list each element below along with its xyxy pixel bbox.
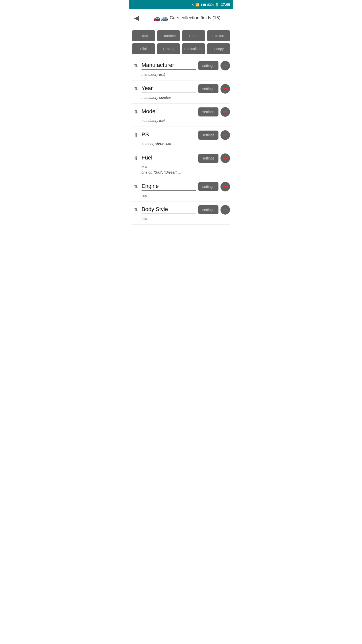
delete-button-model[interactable] — [220, 107, 230, 117]
status-bar: ⨯︎ 📶 ▮▮▮ 83% 🔋 17:09 — [129, 0, 233, 9]
wifi-icon: 📶 — [195, 3, 199, 7]
settings-button-model[interactable]: settings — [198, 107, 218, 116]
field-name-year: Year — [142, 85, 196, 93]
field-meta-model: mandatory text — [132, 118, 230, 124]
field-meta-bodystyle: text — [132, 216, 230, 221]
page-title: Cars collection fields (15) — [170, 15, 220, 21]
settings-button-ps[interactable]: settings — [198, 131, 218, 140]
field-meta-fuel: text one of: "Gas", "Diesel", ... — [132, 165, 230, 175]
car-icon: 🚗🚙 — [153, 15, 168, 22]
sort-icon-fuel[interactable]: ⇅ — [132, 155, 140, 161]
minus-icon-year — [223, 88, 228, 89]
delete-button-engine[interactable] — [220, 182, 230, 191]
field-list: ⇅ Manufacturer settings mandatory text ⇅… — [129, 57, 233, 225]
minus-icon-ps — [223, 135, 228, 136]
field-name-manufacturer: Manufacturer — [142, 62, 196, 70]
minus-icon-bodystyle — [223, 209, 228, 210]
field-item-ps: ⇅ PS settings number, show sum — [132, 127, 230, 150]
add-number-button[interactable]: + number — [157, 30, 180, 41]
field-name-engine: Engine — [142, 183, 196, 191]
header-title-area: 🚗🚙 Cars collection fields (15) — [144, 15, 230, 22]
signal-icon: ▮▮▮ — [201, 3, 206, 7]
battery-percent: 83% — [207, 3, 214, 7]
sort-icon-bodystyle[interactable]: ⇅ — [132, 207, 140, 213]
field-meta-manufacturer: mandatory text — [132, 72, 230, 77]
delete-button-ps[interactable] — [220, 130, 230, 140]
delete-button-manufacturer[interactable] — [220, 61, 230, 70]
status-time: 17:09 — [221, 3, 230, 7]
field-item-year: ⇅ Year settings mandatory number — [132, 80, 230, 104]
battery-icon: 🔋 — [215, 3, 219, 7]
status-icons: ⨯︎ 📶 ▮▮▮ 83% 🔋 — [191, 3, 219, 7]
add-link-button[interactable]: + link — [132, 43, 155, 54]
sort-icon-year[interactable]: ⇅ — [132, 86, 140, 92]
field-item-manufacturer: ⇅ Manufacturer settings mandatory text — [132, 57, 230, 80]
field-name-bodystyle: Body Style — [142, 206, 196, 214]
add-calculation-button[interactable]: + calculation — [182, 43, 205, 54]
field-item-fuel: ⇅ Fuel settings text one of: "Gas", "Die… — [132, 150, 230, 178]
settings-button-year[interactable]: settings — [198, 84, 218, 93]
minus-icon-manufacturer — [223, 65, 228, 66]
sort-icon-manufacturer[interactable]: ⇅ — [132, 63, 140, 68]
field-item-engine: ⇅ Engine settings text — [132, 178, 230, 202]
sort-icon-ps[interactable]: ⇅ — [132, 132, 140, 138]
add-text-button[interactable]: + text — [132, 30, 155, 41]
delete-button-year[interactable] — [220, 84, 230, 94]
settings-button-manufacturer[interactable]: settings — [198, 61, 218, 70]
minus-icon-engine — [223, 186, 228, 187]
minus-icon-model — [223, 111, 228, 112]
field-item-model: ⇅ Model settings mandatory text — [132, 104, 230, 127]
delete-button-bodystyle[interactable] — [220, 205, 230, 215]
minus-icon-fuel — [223, 158, 228, 159]
add-date-button[interactable]: + date — [182, 30, 205, 41]
add-rating-button[interactable]: + rating — [157, 43, 180, 54]
field-meta-year: mandatory number — [132, 95, 230, 100]
app-header: ◀ 🚗🚙 Cars collection fields (15) — [129, 9, 233, 27]
sort-icon-model[interactable]: ⇅ — [132, 109, 140, 115]
field-name-fuel: Fuel — [142, 154, 196, 162]
settings-button-bodystyle[interactable]: settings — [198, 205, 218, 214]
add-picture-button[interactable]: + picture — [207, 30, 230, 41]
sort-icon-engine[interactable]: ⇅ — [132, 184, 140, 189]
field-name-model: Model — [142, 108, 196, 116]
field-name-ps: PS — [142, 131, 196, 139]
back-button[interactable]: ◀ — [132, 13, 141, 23]
delete-button-fuel[interactable] — [220, 153, 230, 163]
add-copy-button[interactable]: + copy — [207, 43, 230, 54]
bluetooth-icon: ⨯︎ — [191, 3, 194, 7]
add-buttons-grid: + text + number + date + picture + link … — [129, 27, 233, 57]
field-meta-engine: text — [132, 193, 230, 198]
settings-button-fuel[interactable]: settings — [198, 154, 218, 163]
field-meta-ps: number, show sum — [132, 141, 230, 147]
settings-button-engine[interactable]: settings — [198, 182, 218, 191]
field-item-bodystyle: ⇅ Body Style settings text — [132, 202, 230, 225]
